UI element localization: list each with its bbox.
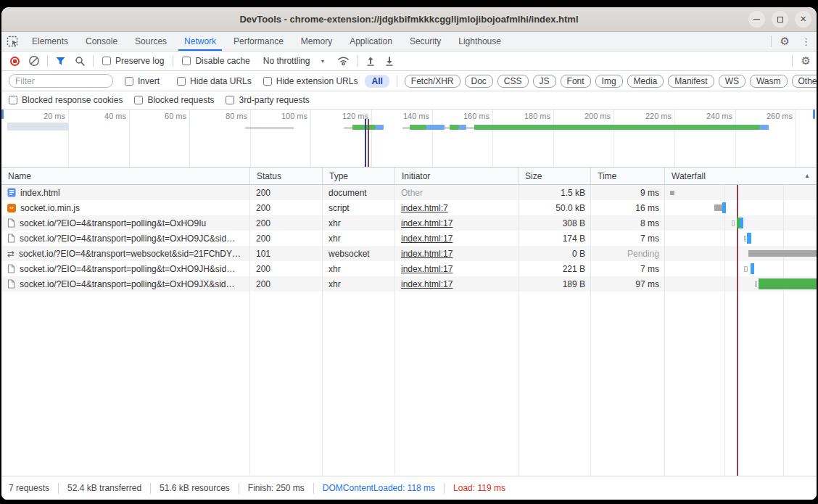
preserve-log-checkbox[interactable]: Preserve log: [96, 56, 170, 66]
disable-cache-checkbox[interactable]: Disable cache: [176, 56, 255, 66]
minimize-button[interactable]: [748, 11, 765, 28]
column-header-size[interactable]: Size: [518, 168, 590, 184]
time-cell[interactable]: 8 ms: [590, 215, 664, 231]
initiator-link[interactable]: index.html:17: [401, 279, 453, 289]
chip-manifest[interactable]: Manifest: [668, 75, 714, 88]
table-row[interactable]: socket.io/?EIO=4&transport=polling&t=OxH…: [1, 276, 817, 292]
chip-js[interactable]: JS: [533, 75, 556, 88]
table-row[interactable]: socket.io/?EIO=4&transport=polling&t=OxH…: [1, 231, 817, 246]
size-cell[interactable]: 0 B: [518, 246, 590, 261]
status-cell[interactable]: 200: [249, 231, 322, 246]
more-options-icon[interactable]: ⋮: [796, 36, 817, 47]
tab-performance[interactable]: Performance: [225, 32, 292, 51]
type-cell[interactable]: document: [322, 185, 394, 200]
status-cell[interactable]: 200: [249, 185, 322, 200]
time-cell[interactable]: 7 ms: [590, 261, 664, 276]
type-cell[interactable]: websocket: [322, 246, 394, 261]
name-cell[interactable]: ⇄socket.io/?EIO=4&transport=websocket&si…: [1, 246, 249, 261]
type-cell[interactable]: xhr: [322, 215, 394, 231]
size-cell[interactable]: 174 B: [518, 231, 590, 246]
column-header-name[interactable]: Name: [1, 168, 249, 184]
column-header-type[interactable]: Type: [322, 168, 394, 184]
initiator-link[interactable]: index.html:7: [401, 203, 448, 213]
network-conditions-button[interactable]: [332, 55, 355, 67]
column-header-time[interactable]: Time: [590, 168, 664, 184]
chip-doc[interactable]: Doc: [465, 75, 493, 88]
status-cell[interactable]: 200: [249, 261, 322, 276]
time-cell[interactable]: 16 ms: [590, 200, 664, 215]
size-cell[interactable]: 50.0 kB: [518, 200, 590, 215]
name-cell[interactable]: socket.io/?EIO=4&transport=polling&t=OxH…: [1, 231, 249, 246]
filter-toggle-button[interactable]: [51, 56, 70, 66]
tab-security[interactable]: Security: [401, 32, 450, 51]
initiator-link[interactable]: index.html:17: [401, 264, 453, 274]
network-overview-timeline[interactable]: 20 ms40 ms60 ms80 ms100 ms120 ms140 ms16…: [1, 110, 817, 168]
size-cell[interactable]: 308 B: [518, 215, 590, 231]
chip-img[interactable]: Img: [595, 75, 623, 88]
table-row[interactable]: socket.io/?EIO=4&transport=polling&t=OxH…: [1, 261, 817, 276]
initiator-cell[interactable]: index.html:17: [394, 215, 518, 231]
chip-other[interactable]: Other: [792, 75, 817, 88]
waterfall-cell[interactable]: [664, 276, 817, 292]
record-network-log-button[interactable]: [6, 57, 24, 66]
close-button[interactable]: ✕: [795, 11, 811, 28]
chip-all[interactable]: All: [365, 75, 389, 88]
time-cell[interactable]: 7 ms: [590, 231, 664, 246]
status-cell[interactable]: 200: [249, 200, 322, 215]
status-cell[interactable]: 101: [249, 246, 322, 261]
chip-font[interactable]: Font: [561, 75, 591, 88]
tab-elements[interactable]: Elements: [23, 32, 77, 51]
table-row[interactable]: socket.io/?EIO=4&transport=polling&t=OxH…: [1, 215, 817, 231]
clear-network-log-button[interactable]: [24, 55, 44, 67]
table-row[interactable]: index.html200documentOther1.5 kB9 ms: [1, 185, 817, 200]
name-cell[interactable]: socket.io/?EIO=4&transport=polling&t=OxH…: [1, 261, 249, 276]
type-cell[interactable]: xhr: [322, 276, 394, 292]
waterfall-cell[interactable]: [664, 215, 817, 231]
initiator-cell[interactable]: index.html:17: [394, 276, 518, 292]
export-har-button[interactable]: [380, 56, 399, 67]
waterfall-cell[interactable]: [664, 261, 817, 276]
type-cell[interactable]: xhr: [322, 231, 394, 246]
hide-extension-urls-checkbox[interactable]: Hide extension URLs: [257, 76, 364, 86]
initiator-cell[interactable]: index.html:17: [394, 261, 518, 276]
waterfall-cell[interactable]: [664, 231, 817, 246]
blocked-requests-checkbox[interactable]: Blocked requests: [128, 95, 220, 105]
tab-network[interactable]: Network: [175, 32, 225, 51]
initiator-link[interactable]: index.html:17: [401, 234, 453, 244]
time-cell[interactable]: Pending: [590, 246, 664, 261]
chip-ws[interactable]: WS: [719, 75, 745, 88]
filter-input[interactable]: [9, 74, 113, 88]
size-cell[interactable]: 221 B: [518, 261, 590, 276]
blocked-response-cookies-checkbox[interactable]: Blocked response cookies: [3, 95, 128, 105]
time-cell[interactable]: 97 ms: [590, 276, 664, 292]
overview-right-handle[interactable]: [813, 110, 815, 119]
initiator-cell[interactable]: index.html:7: [394, 200, 518, 215]
size-cell[interactable]: 1.5 kB: [518, 185, 590, 200]
column-header-initiator[interactable]: Initiator: [394, 168, 518, 184]
chip-wasm[interactable]: Wasm: [750, 75, 788, 88]
initiator-link[interactable]: index.html:17: [401, 249, 453, 259]
maximize-button[interactable]: [772, 11, 788, 28]
import-har-button[interactable]: [361, 56, 380, 67]
column-header-status[interactable]: Status: [249, 168, 322, 184]
initiator-cell[interactable]: index.html:17: [394, 231, 518, 246]
waterfall-cell[interactable]: [664, 246, 817, 261]
name-cell[interactable]: socket.io/?EIO=4&transport=polling&t=OxH…: [1, 276, 249, 292]
waterfall-cell[interactable]: [664, 185, 817, 200]
tab-application[interactable]: Application: [341, 32, 401, 51]
name-cell[interactable]: ‹›socket.io.min.js: [1, 200, 249, 215]
tab-lighthouse[interactable]: Lighthouse: [450, 32, 510, 51]
type-cell[interactable]: script: [322, 200, 394, 215]
3rd-party-requests-checkbox[interactable]: 3rd-party requests: [220, 95, 315, 105]
table-row[interactable]: ⇄socket.io/?EIO=4&transport=websocket&si…: [1, 246, 817, 261]
chip-media[interactable]: Media: [627, 75, 664, 88]
tab-console[interactable]: Console: [77, 32, 126, 51]
tab-sources[interactable]: Sources: [126, 32, 175, 51]
type-cell[interactable]: xhr: [322, 261, 394, 276]
hide-data-urls-checkbox[interactable]: Hide data URLs: [171, 76, 257, 86]
time-cell[interactable]: 9 ms: [590, 185, 664, 200]
inspect-element-button[interactable]: [1, 32, 23, 51]
table-row[interactable]: ‹›socket.io.min.js200scriptindex.html:75…: [1, 200, 817, 215]
chip-css[interactable]: CSS: [497, 75, 529, 88]
invert-checkbox[interactable]: Invert: [119, 76, 165, 86]
